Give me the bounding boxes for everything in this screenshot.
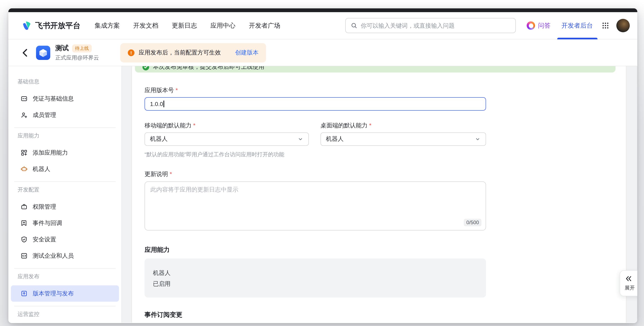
grid-dots-icon [602, 22, 609, 29]
page: 飞书开放平台 集成方案 开发文档 更新日志 应用中心 开发者广场 问答 开发者后… [0, 0, 644, 326]
release-notes-placeholder: 此内容将于应用的更新日志中显示 [150, 186, 238, 194]
capability-hint: “默认的应用功能”即用户通过工作台访问应用时打开的功能 [144, 151, 486, 158]
shield-check-icon [20, 236, 28, 243]
sidebar-item-credentials[interactable]: 凭证与基础信息 [11, 90, 119, 107]
sidebar-item-label: 安全设置 [33, 236, 56, 243]
nav-item-dev-plaza[interactable]: 开发者广场 [249, 22, 280, 30]
search-box[interactable] [345, 18, 516, 33]
window-top-chrome [8, 8, 637, 12]
logo-text: 飞书开放平台 [35, 20, 80, 30]
sidebar-item-test-org[interactable]: 测试企业和人员 [11, 248, 119, 264]
sidebar-section-monitoring: 运营监控 [8, 310, 122, 318]
qa-entry[interactable]: 问答 [527, 21, 550, 30]
capability-status: 已启用 [153, 278, 478, 289]
app-subtitle: 正式应用@环界云 [55, 54, 99, 62]
release-notes-label: 更新说明* [144, 170, 486, 178]
sidebar-item-label: 成员管理 [33, 111, 56, 119]
id-card-icon [20, 95, 28, 102]
person-add-icon [20, 112, 28, 118]
required-mark: * [176, 87, 178, 94]
sidebar-item-events[interactable]: 事件与回调 [11, 215, 119, 231]
expand-label: 展开 [625, 284, 635, 292]
main-content: 本次发布免审核，提交发布后即可上线使用 应用版本号* 1.0.0 移动端的默认能… [132, 66, 626, 323]
body: 基础信息 凭证与基础信息 成员管理 应用能力 [8, 66, 637, 323]
sidebar-item-version-release[interactable]: 版本管理与发布 [11, 285, 119, 302]
sidebar-item-label: 版本管理与发布 [33, 290, 74, 297]
top-nav: 飞书开放平台 集成方案 开发文档 更新日志 应用中心 开发者广场 问答 开发者后… [8, 12, 637, 40]
required-mark: * [193, 122, 196, 129]
sidebar-item-label: 权限管理 [33, 203, 56, 210]
app-icon [36, 46, 50, 60]
warning-icon: ! [128, 50, 134, 56]
sidebar-divider [14, 268, 116, 268]
grid-add-icon [20, 149, 28, 156]
sidebar-item-label: 机器人 [33, 165, 50, 173]
qa-label: 问答 [538, 22, 550, 30]
sidebar-item-label: 测试企业和人员 [33, 252, 74, 260]
developer-console-label: 开发者后台 [562, 22, 593, 30]
app-name: 测试 [55, 44, 69, 52]
search-icon [351, 22, 358, 29]
sidebar-item-members[interactable]: 成员管理 [11, 107, 119, 123]
nav-item-app-center[interactable]: 应用中心 [210, 22, 236, 30]
desktop-capability-value: 机器人 [326, 135, 344, 143]
text-caret [164, 100, 164, 107]
warning-text: 应用发布后，当前配置方可生效 [139, 49, 221, 56]
sidebar-scrollbar-gutter[interactable] [122, 66, 132, 323]
back-button[interactable] [22, 48, 31, 57]
sidebar: 基础信息 凭证与基础信息 成员管理 应用能力 [8, 66, 122, 323]
sidebar-item-bot[interactable]: 机器人 [11, 161, 119, 177]
mobile-capability-select[interactable]: 机器人 [144, 132, 309, 146]
success-check-icon [142, 66, 149, 70]
success-banner-clipped: 本次发布免审核，提交发布后即可上线使用 [135, 66, 616, 72]
sidebar-section-basic-info: 基础信息 [8, 78, 122, 86]
nav-menu: 集成方案 开发文档 更新日志 应用中心 开发者广场 [95, 22, 280, 30]
double-chevron-left-icon [625, 275, 632, 282]
sidebar-divider [14, 128, 116, 128]
expand-panel-button[interactable]: 展开 [620, 270, 637, 296]
feishu-logo[interactable]: 飞书开放平台 [21, 20, 80, 31]
success-banner-text: 本次发布免审核，提交发布后即可上线使用 [153, 66, 264, 71]
desktop-capability-label: 桌面端的默认能力* [320, 122, 486, 129]
browser-window: 飞书开放平台 集成方案 开发文档 更新日志 应用中心 开发者广场 问答 开发者后… [8, 8, 637, 323]
desktop-capability-select[interactable]: 机器人 [320, 132, 486, 146]
mobile-capability-value: 机器人 [150, 135, 168, 143]
chevron-down-icon [298, 136, 303, 142]
apps-grid-button[interactable] [602, 22, 609, 29]
publish-arrow-icon [20, 290, 28, 297]
sidebar-section-release: 应用发布 [8, 273, 122, 280]
sidebar-divider [14, 306, 116, 306]
event-subscription-title: 事件订阅变更 [144, 311, 486, 319]
sidebar-divider [14, 182, 116, 182]
publish-warning-banner: ! 应用发布后，当前配置方可生效 创建版本 [120, 43, 266, 62]
app-meta: 测试 待上线 正式应用@环界云 [55, 44, 99, 62]
sidebar-item-label: 事件与回调 [33, 219, 62, 227]
create-version-link[interactable]: 创建版本 [235, 49, 258, 56]
app-header: 测试 待上线 正式应用@环界云 ! 应用发布后，当前配置方可生效 创建版本 [8, 40, 637, 66]
feishu-logo-icon [21, 20, 32, 31]
status-badge: 待上线 [72, 44, 92, 52]
search-input[interactable] [361, 22, 510, 29]
nav-item-solutions[interactable]: 集成方案 [95, 22, 120, 30]
qa-gradient-ring-icon [527, 21, 535, 30]
sidebar-item-add-capability[interactable]: 添加应用能力 [11, 144, 119, 161]
app-capability-title: 应用能力 [144, 246, 486, 254]
avatar[interactable] [616, 19, 630, 32]
capability-name: 机器人 [153, 267, 478, 278]
sidebar-item-security[interactable]: 安全设置 [11, 231, 119, 248]
version-input[interactable]: 1.0.0 [144, 97, 486, 110]
version-form: 应用版本号* 1.0.0 移动端的默认能力* 机器人 [132, 87, 486, 323]
back-chevron-icon [22, 48, 28, 57]
bookmark-add-icon [20, 220, 28, 227]
version-label: 应用版本号* [144, 87, 486, 94]
sidebar-item-permissions[interactable]: 权限管理 [11, 198, 119, 215]
code-square-icon [20, 252, 28, 260]
sidebar-section-capabilities: 应用能力 [8, 132, 122, 140]
release-notes-textarea[interactable]: 此内容将于应用的更新日志中显示 0/500 [144, 182, 486, 230]
sidebar-item-label: 添加应用能力 [33, 149, 68, 156]
nav-item-changelog[interactable]: 更新日志 [172, 22, 197, 30]
active-tab-underline [557, 38, 597, 39]
nav-item-docs[interactable]: 开发文档 [133, 22, 158, 30]
briefcase-icon [20, 203, 28, 210]
tab-developer-console[interactable]: 开发者后台 [562, 12, 593, 39]
